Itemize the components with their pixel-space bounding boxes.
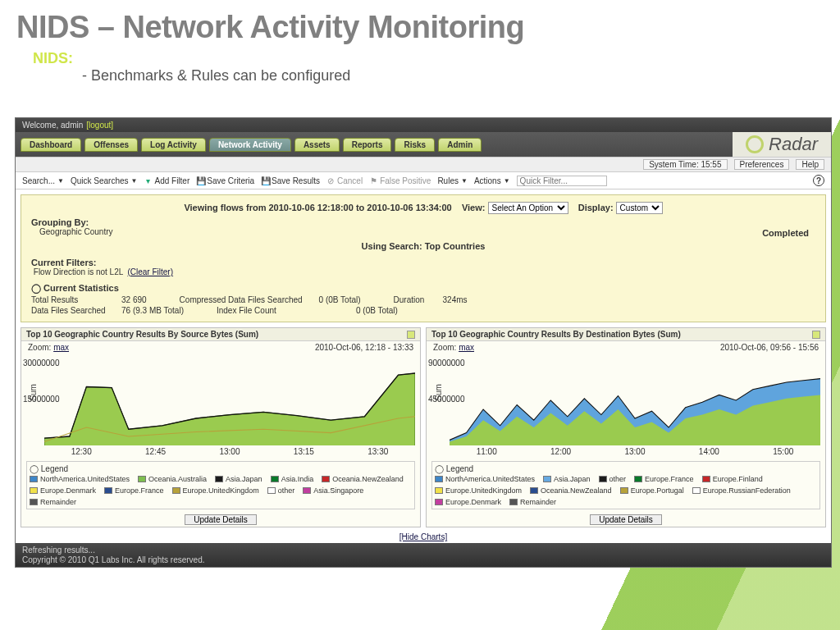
xtick: 12:00	[550, 447, 571, 456]
swatch-icon	[104, 487, 112, 494]
zoom-link[interactable]: max	[459, 343, 474, 352]
grouping-value: Geographic Country	[31, 227, 815, 236]
chart-source-bytes: Top 10 Geographic Country Results By Sou…	[21, 327, 421, 527]
swatch-icon	[509, 499, 518, 505]
current-filters-label: Current Filters:	[31, 258, 815, 267]
preferences-link[interactable]: Preferences	[734, 159, 790, 170]
legend-item: Europe.UnitedKingdom	[172, 486, 259, 495]
legend-text: Europe.RussianFederation	[703, 486, 791, 495]
swatch-icon	[322, 476, 330, 482]
legend-item: Asia.Singapore	[303, 486, 363, 495]
chart-range: 2010-Oct-06, 09:56 - 15:56	[720, 343, 819, 352]
stat-ifc-val: 0 (0B Total)	[356, 306, 398, 315]
view-select[interactable]: Select An Option	[488, 202, 568, 214]
swatch-icon	[435, 487, 443, 494]
chart-plot: Sum 30000000 15000000	[44, 355, 415, 445]
system-time: System Time: 15:55	[643, 159, 727, 170]
collapse-icon[interactable]	[812, 331, 820, 339]
area-chart-svg	[450, 355, 820, 445]
clear-filter-link[interactable]: (Clear Filter)	[127, 267, 173, 276]
app-footer: Refreshing results... Copyright © 2010 Q…	[16, 543, 831, 567]
legend-text: Oceania.Australia	[148, 475, 207, 483]
zoom-label: Zoom:	[28, 343, 51, 352]
slide-title: NIDS – Network Activity Monitoring	[16, 10, 824, 45]
current-stats-label[interactable]: ◯ Current Statistics	[31, 283, 815, 294]
update-details-button[interactable]: Update Details	[590, 514, 662, 525]
legend: ◯ Legend NorthAmerica.UnitedStatesOceani…	[26, 461, 415, 509]
rules-dropdown[interactable]: Rules▼	[437, 176, 468, 185]
save-results-button[interactable]: 💾Save Results	[261, 176, 320, 185]
chart-plot: Sum 90000000 45000000	[450, 355, 820, 445]
legend-toggle[interactable]: ◯ Legend	[30, 464, 412, 473]
xtick: 14:00	[699, 447, 719, 456]
swatch-icon	[303, 487, 311, 494]
legend-item: Asia.Japan	[543, 475, 591, 483]
help-link[interactable]: Help	[796, 159, 824, 170]
legend-toggle[interactable]: ◯ Legend	[435, 464, 817, 473]
tab-offenses[interactable]: Offenses	[84, 138, 138, 152]
swatch-icon	[267, 487, 276, 494]
copyright: Copyright © 2010 Q1 Labs Inc. All rights…	[22, 555, 824, 564]
ytick: 30000000	[23, 358, 60, 368]
tab-admin[interactable]: Admin	[438, 138, 482, 152]
legend-item: Europe.France	[634, 475, 694, 483]
main-tabs: Dashboard Offenses Log Activity Network …	[16, 135, 486, 155]
legend: ◯ Legend NorthAmerica.UnitedStatesAsia.J…	[431, 461, 820, 509]
zoom-link[interactable]: max	[53, 343, 69, 352]
swatch-icon	[692, 487, 701, 494]
swatch-icon	[543, 476, 551, 482]
swatch-icon	[172, 487, 180, 494]
stat-ifc-label: Index File Count	[217, 306, 356, 315]
tab-assets[interactable]: Assets	[294, 138, 340, 152]
add-filter-button[interactable]: ▾Add Filter	[144, 176, 189, 185]
stat-cdfs-val: 0 (0B Total)	[319, 295, 361, 304]
legend-text: Asia.Japan	[554, 475, 591, 483]
collapse-icon[interactable]	[407, 331, 415, 339]
tab-reports[interactable]: Reports	[343, 138, 392, 152]
false-positive-button[interactable]: ⚑False Positive	[369, 176, 431, 185]
update-details-button[interactable]: Update Details	[185, 514, 257, 525]
swatch-icon	[620, 487, 628, 494]
help-icon[interactable]: ?	[813, 175, 824, 186]
save-criteria-button[interactable]: 💾Save Criteria	[196, 176, 254, 185]
cancel-icon: ⊘	[326, 176, 335, 185]
swatch-icon	[271, 476, 279, 482]
stat-dfs-label: Data Files Searched	[31, 306, 121, 315]
save-icon: 💾	[196, 176, 204, 185]
welcome-bar: Welcome, admin [logout]	[16, 118, 831, 132]
xtick: 13:00	[624, 447, 645, 456]
legend-item: Asia.Japan	[215, 475, 262, 483]
logout-link[interactable]: [logout]	[86, 121, 113, 130]
legend-item: Europe.Portugal	[620, 486, 684, 495]
cancel-button[interactable]: ⊘Cancel	[326, 176, 363, 185]
search-dropdown[interactable]: Search...▼	[22, 176, 64, 185]
quick-filter-input[interactable]	[517, 176, 607, 186]
area-chart-svg	[44, 355, 415, 445]
legend-text: Europe.France	[115, 486, 164, 495]
swatch-icon	[30, 499, 38, 505]
legend-text: Asia.Singapore	[313, 486, 363, 495]
legend-item: other	[267, 486, 295, 495]
display-select[interactable]: Custom	[616, 202, 663, 214]
stat-total-val: 32 690	[121, 295, 147, 304]
xtick: 13:15	[294, 447, 314, 456]
tab-log-activity[interactable]: Log Activity	[141, 138, 206, 152]
hide-charts-link[interactable]: [Hide Charts]	[399, 532, 447, 541]
legend-text: Asia.Japan	[226, 475, 262, 483]
legend-item: Europe.UnitedKingdom	[435, 486, 522, 495]
tab-network-activity[interactable]: Network Activity	[209, 138, 291, 152]
tab-dashboard[interactable]: Dashboard	[21, 138, 81, 152]
xtick: 15:00	[773, 447, 793, 456]
legend-text: Europe.Finland	[713, 475, 763, 483]
stat-dur-val: 324ms	[443, 295, 468, 304]
actions-dropdown[interactable]: Actions▼	[474, 176, 510, 185]
chart-range: 2010-Oct-06, 12:18 - 13:33	[315, 343, 413, 352]
quick-searches-dropdown[interactable]: Quick Searches▼	[71, 176, 138, 185]
swatch-icon	[530, 487, 538, 494]
legend-item: Europe.France	[104, 486, 164, 495]
xtick: 12:45	[145, 447, 166, 456]
swatch-icon	[138, 476, 146, 482]
swatch-icon	[30, 487, 38, 494]
swatch-icon	[435, 499, 443, 505]
tab-risks[interactable]: Risks	[395, 138, 435, 152]
